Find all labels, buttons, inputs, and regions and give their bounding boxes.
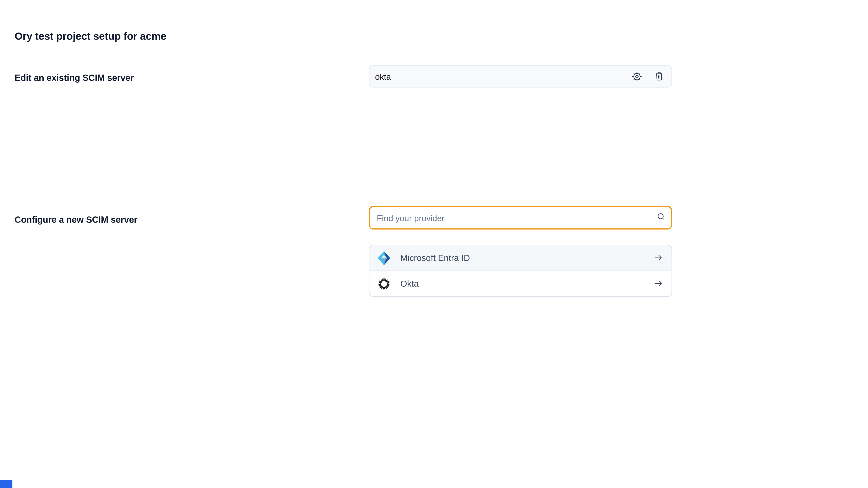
okta-logo xyxy=(378,277,391,291)
provider-list: Microsoft Entra ID xyxy=(369,245,672,297)
existing-server-name: okta xyxy=(369,72,631,81)
page-title: Ory test project setup for acme xyxy=(15,31,166,43)
arrow-right-icon xyxy=(653,278,664,289)
provider-row-microsoft-entra-id[interactable]: Microsoft Entra ID xyxy=(369,245,671,270)
provider-search-input[interactable] xyxy=(369,206,672,230)
provider-row-okta[interactable]: Okta xyxy=(369,270,671,296)
gear-icon xyxy=(631,71,642,82)
provider-name: Okta xyxy=(400,279,653,289)
cursor-marker xyxy=(0,480,12,488)
microsoft-entra-id-logo xyxy=(378,251,391,265)
scim-setup-page: Ory test project setup for acme Edit an … xyxy=(0,0,868,488)
section-heading-configure-new: Configure a new SCIM server xyxy=(15,215,137,225)
delete-server-button[interactable] xyxy=(653,71,665,82)
provider-name: Microsoft Entra ID xyxy=(400,253,653,263)
configure-server-button[interactable] xyxy=(631,71,643,82)
section-heading-edit-existing: Edit an existing SCIM server xyxy=(15,73,134,84)
provider-search xyxy=(369,206,672,230)
existing-server-card: okta xyxy=(369,65,672,88)
arrow-right-icon xyxy=(653,253,664,263)
trash-icon xyxy=(654,71,664,81)
existing-server-actions xyxy=(631,71,672,82)
